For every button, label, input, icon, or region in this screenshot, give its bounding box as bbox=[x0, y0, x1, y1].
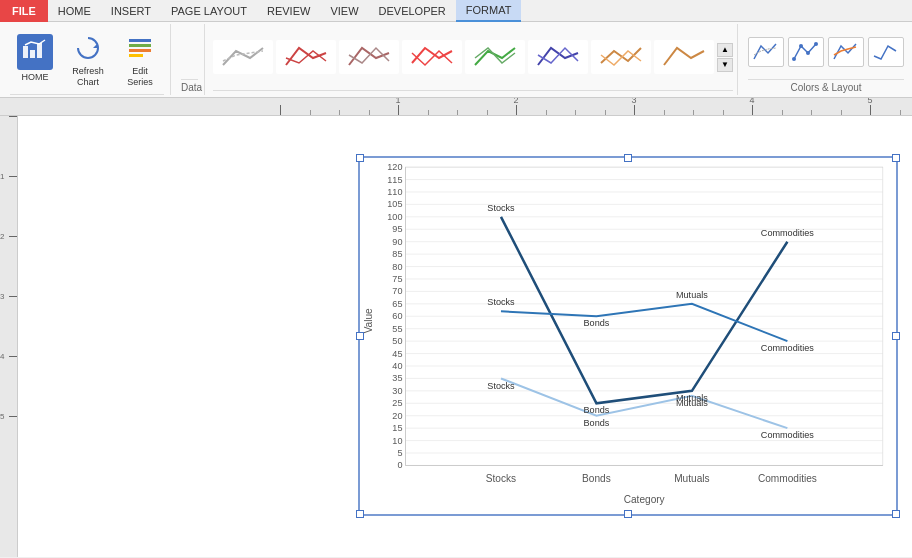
svg-text:35: 35 bbox=[392, 373, 402, 383]
svg-text:120: 120 bbox=[387, 162, 402, 172]
main-area: 12345 0510152025303540455055606570758085… bbox=[0, 116, 912, 557]
svg-text:115: 115 bbox=[387, 175, 402, 185]
menu-insert[interactable]: INSERT bbox=[101, 0, 161, 22]
svg-point-11 bbox=[814, 42, 818, 46]
svg-rect-6 bbox=[129, 49, 151, 52]
chart-type-line-3[interactable] bbox=[339, 40, 399, 74]
svg-marker-3 bbox=[93, 43, 98, 48]
svg-text:Commodities: Commodities bbox=[761, 430, 815, 440]
svg-text:65: 65 bbox=[392, 299, 402, 309]
menu-review[interactable]: REVIEW bbox=[257, 0, 320, 22]
handle-top-left[interactable] bbox=[356, 154, 364, 162]
x-axis-label: Category bbox=[624, 494, 666, 505]
svg-text:Stocks: Stocks bbox=[487, 203, 515, 213]
data-group-label: Data bbox=[181, 79, 198, 93]
svg-text:15: 15 bbox=[392, 423, 402, 433]
menu-home[interactable]: HOME bbox=[48, 0, 101, 22]
chart-type-line-4[interactable] bbox=[402, 40, 462, 74]
colors-layout-label: Colors & Layout bbox=[748, 79, 904, 93]
handle-bottom-middle[interactable] bbox=[624, 510, 632, 518]
svg-text:Commodities: Commodities bbox=[758, 473, 817, 484]
svg-text:Stocks: Stocks bbox=[487, 297, 515, 307]
svg-text:105: 105 bbox=[387, 199, 402, 209]
svg-text:70: 70 bbox=[392, 286, 402, 296]
svg-text:25: 25 bbox=[392, 398, 402, 408]
change-chart-label: HOME bbox=[22, 72, 49, 83]
ribbon: HOME RefreshChart bbox=[0, 22, 912, 98]
ribbon-group-data: Data bbox=[175, 24, 205, 95]
svg-text:10: 10 bbox=[392, 436, 402, 446]
layout-btn-2[interactable] bbox=[788, 37, 824, 67]
svg-text:Bonds: Bonds bbox=[584, 405, 610, 415]
svg-rect-4 bbox=[129, 39, 151, 42]
svg-text:Commodities: Commodities bbox=[761, 343, 815, 353]
svg-text:5: 5 bbox=[397, 448, 402, 458]
svg-text:Bonds: Bonds bbox=[584, 418, 610, 428]
svg-text:0: 0 bbox=[397, 460, 402, 470]
chart-type-line-6[interactable] bbox=[528, 40, 588, 74]
svg-text:Bonds: Bonds bbox=[582, 473, 611, 484]
document-area: 0510152025303540455055606570758085909510… bbox=[18, 116, 912, 557]
chart-type-line-7[interactable] bbox=[591, 40, 651, 74]
svg-rect-1 bbox=[30, 50, 35, 58]
handle-bottom-left[interactable] bbox=[356, 510, 364, 518]
ribbon-group-type: HOME RefreshChart bbox=[4, 24, 171, 95]
svg-rect-5 bbox=[129, 44, 151, 47]
refresh-chart-label: RefreshChart bbox=[72, 66, 104, 88]
svg-text:75: 75 bbox=[392, 274, 402, 284]
chart-types-label bbox=[213, 90, 733, 93]
svg-text:50: 50 bbox=[392, 336, 402, 346]
handle-top-middle[interactable] bbox=[624, 154, 632, 162]
menu-bar: FILE HOME INSERT PAGE LAYOUT REVIEW VIEW… bbox=[0, 0, 912, 22]
menu-view[interactable]: VIEW bbox=[320, 0, 368, 22]
svg-text:Stocks: Stocks bbox=[486, 473, 516, 484]
chart-type-buttons-row1: ▲ ▼ bbox=[213, 26, 733, 88]
svg-rect-2 bbox=[37, 43, 42, 58]
chart-types-group: ▲ ▼ bbox=[209, 24, 738, 95]
svg-text:Mutuals: Mutuals bbox=[676, 290, 708, 300]
chart-type-line-5[interactable] bbox=[465, 40, 525, 74]
edit-series-label: EditSeries bbox=[127, 66, 153, 88]
menu-developer[interactable]: DEVELOPER bbox=[369, 0, 456, 22]
svg-text:45: 45 bbox=[392, 349, 402, 359]
type-buttons: HOME RefreshChart bbox=[10, 26, 164, 92]
layout-btn-4[interactable] bbox=[868, 37, 904, 67]
chart-type-line-8[interactable] bbox=[654, 40, 714, 74]
chart-svg: 0510152025303540455055606570758085909510… bbox=[360, 158, 896, 514]
handle-middle-left[interactable] bbox=[356, 332, 364, 340]
chart-container[interactable]: 0510152025303540455055606570758085909510… bbox=[358, 156, 898, 516]
layout-btn-3[interactable] bbox=[828, 37, 864, 67]
handle-top-right[interactable] bbox=[892, 154, 900, 162]
svg-text:90: 90 bbox=[392, 237, 402, 247]
svg-text:60: 60 bbox=[392, 311, 402, 321]
file-menu[interactable]: FILE bbox=[0, 0, 48, 22]
menu-format[interactable]: FORMAT bbox=[456, 0, 522, 22]
scroll-buttons: ▲ ▼ bbox=[717, 43, 733, 72]
chart-type-line-1[interactable] bbox=[213, 40, 273, 74]
edit-series-button[interactable]: EditSeries bbox=[116, 26, 164, 92]
chart-type-line-2[interactable] bbox=[276, 40, 336, 74]
ruler-marks: 12345678 bbox=[280, 98, 912, 115]
scroll-up-button[interactable]: ▲ bbox=[717, 43, 733, 57]
handle-bottom-right[interactable] bbox=[892, 510, 900, 518]
layout-btn-1[interactable] bbox=[748, 37, 784, 67]
colors-layout-group: Colors & Layout bbox=[742, 24, 910, 95]
svg-text:Stocks: Stocks bbox=[487, 381, 515, 391]
svg-text:Mutuals: Mutuals bbox=[676, 398, 708, 408]
svg-text:Commodities: Commodities bbox=[761, 228, 815, 238]
change-chart-type-button[interactable]: HOME bbox=[10, 30, 60, 87]
colors-layout-buttons bbox=[748, 26, 904, 77]
handle-middle-right[interactable] bbox=[892, 332, 900, 340]
vertical-ruler: 12345 bbox=[0, 116, 18, 557]
scroll-down-button[interactable]: ▼ bbox=[717, 58, 733, 72]
svg-text:85: 85 bbox=[392, 249, 402, 259]
svg-text:110: 110 bbox=[387, 187, 402, 197]
menu-page-layout[interactable]: PAGE LAYOUT bbox=[161, 0, 257, 22]
svg-text:95: 95 bbox=[392, 224, 402, 234]
svg-text:Bonds: Bonds bbox=[584, 318, 610, 328]
svg-text:100: 100 bbox=[387, 212, 402, 222]
refresh-chart-button[interactable]: RefreshChart bbox=[64, 26, 112, 92]
svg-text:40: 40 bbox=[392, 361, 402, 371]
svg-rect-7 bbox=[129, 54, 143, 57]
svg-point-8 bbox=[792, 57, 796, 61]
